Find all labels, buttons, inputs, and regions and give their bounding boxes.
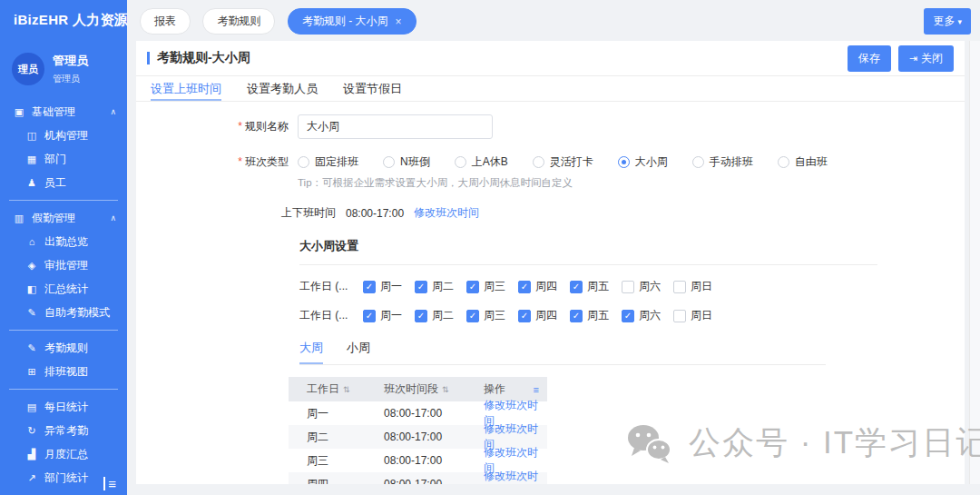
tab-reports[interactable]: 报表 xyxy=(140,8,191,35)
exit-icon: ⇥ xyxy=(909,53,917,64)
check-icon: ✓ xyxy=(469,282,476,292)
modify-link[interactable]: 修改班次时间 xyxy=(484,469,547,484)
save-button[interactable]: 保存 xyxy=(848,45,891,72)
checkbox[interactable]: ✓ xyxy=(673,310,686,322)
checkbox-sat[interactable]: ✓周六 xyxy=(622,279,673,294)
sidebar-item-department[interactable]: ▦ 部门 xyxy=(0,147,127,171)
rule-name-row: *规则名称 xyxy=(136,114,965,139)
sidebar-item-approval-management[interactable]: ◈ 审批管理 xyxy=(0,253,127,277)
checkbox-fri[interactable]: ✓周五 xyxy=(570,308,622,323)
workday-cell: 周一 xyxy=(289,406,366,421)
radio-flexible-punch[interactable]: 灵活打卡 xyxy=(533,154,593,170)
workday-cell: 周四 xyxy=(289,477,366,485)
checkbox-sun[interactable]: ✓周日 xyxy=(673,279,725,294)
radio-fixed-shift[interactable]: 固定排班 xyxy=(298,154,358,170)
workday-caption: 工作日 (... xyxy=(299,308,363,323)
sort-icon[interactable]: ⇅ xyxy=(343,385,350,394)
checkbox[interactable]: ✓ xyxy=(415,281,427,293)
checkbox-fri[interactable]: ✓周五 xyxy=(570,279,622,294)
tab-small-week[interactable]: 小周 xyxy=(347,340,370,364)
checkbox[interactable]: ✓ xyxy=(466,310,479,322)
radio-dot[interactable] xyxy=(455,156,466,168)
checkbox[interactable]: ✓ xyxy=(518,281,531,293)
check-icon: ✓ xyxy=(417,282,425,292)
work-time-label: 上下班时间 xyxy=(281,205,336,221)
radio-dot[interactable] xyxy=(533,156,544,168)
tab-attendance-rules[interactable]: 考勤规则 xyxy=(202,8,275,35)
user-name: 管理员 xyxy=(53,53,88,69)
close-tab-icon[interactable]: × xyxy=(396,16,402,27)
sidebar-item-attendance-overview[interactable]: ⌂ 出勤总览 xyxy=(0,230,127,253)
checkbox-thu[interactable]: ✓周四 xyxy=(518,308,570,323)
workday-caption: 工作日 (... xyxy=(299,279,363,294)
checkbox[interactable]: ✓ xyxy=(363,281,376,293)
workday-row-big-week: 工作日 (... ✓周一 ✓周二 ✓周三 ✓周四 ✓周五 ✓周六 ✓周日 xyxy=(299,279,965,294)
checkbox-wed[interactable]: ✓周三 xyxy=(466,279,518,294)
checkbox-sun[interactable]: ✓周日 xyxy=(673,308,725,323)
checkbox-wed[interactable]: ✓周三 xyxy=(466,308,518,323)
sidebar-item-employee[interactable]: ♟ 员工 xyxy=(0,171,127,194)
checkbox[interactable]: ✓ xyxy=(415,310,427,322)
divider xyxy=(9,389,118,390)
tab-attendance-rule-big-small-week[interactable]: 考勤规则 - 大小周 × xyxy=(288,8,416,35)
tab-set-attendance-staff[interactable]: 设置考勤人员 xyxy=(247,76,318,101)
checkbox[interactable]: ✓ xyxy=(673,281,686,293)
radio-dot[interactable] xyxy=(778,156,789,168)
sidebar-item-org-management[interactable]: ◫ 机构管理 xyxy=(0,124,127,147)
workday-cell: 周二 xyxy=(289,430,366,445)
tab-set-work-time[interactable]: 设置上班时间 xyxy=(151,76,221,101)
user-profile[interactable]: 理员 管理员 管理员 xyxy=(0,29,127,85)
table-row: 周四 08:00-17:00 修改班次时间 xyxy=(289,472,547,484)
more-button[interactable]: 更多 ▾ xyxy=(924,8,971,35)
checkbox-mon[interactable]: ✓周一 xyxy=(363,308,415,323)
checkbox-tue[interactable]: ✓周二 xyxy=(415,308,466,323)
checkbox[interactable]: ✓ xyxy=(622,281,634,293)
check-icon: ✓ xyxy=(521,282,528,292)
sidebar-item-abnormal-attendance[interactable]: ↻ 异常考勤 xyxy=(0,419,127,442)
radio-big-small-week[interactable]: 大小周 xyxy=(618,154,668,170)
sidebar-item-daily-statistics[interactable]: ▤ 每日统计 xyxy=(0,395,127,419)
tab-set-holidays[interactable]: 设置节假日 xyxy=(343,76,402,101)
sidebar-group-basic-management[interactable]: ▣ 基础管理 ∧ xyxy=(0,100,127,124)
check-icon: ✓ xyxy=(521,312,528,321)
checkbox[interactable]: ✓ xyxy=(570,281,583,293)
checkbox-sat[interactable]: ✓周六 xyxy=(622,308,673,323)
sidebar: iBizEHR 人力资源 理员 管理员 管理员 ▣ 基础管理 ∧ ◫ 机构管理 … xyxy=(0,0,127,495)
checkbox-thu[interactable]: ✓周四 xyxy=(518,279,570,294)
home-icon: ⌂ xyxy=(25,236,38,247)
radio-dot[interactable] xyxy=(692,156,704,168)
filter-icon[interactable]: ≡ xyxy=(534,384,547,395)
sidebar-item-schedule-view[interactable]: ⊞ 排班视图 xyxy=(0,360,127,383)
title-accent xyxy=(147,52,150,64)
checkbox[interactable]: ✓ xyxy=(622,310,634,322)
sidebar-item-monthly-summary[interactable]: ▟ 月度汇总 xyxy=(0,442,127,466)
close-button[interactable]: ⇥ 关闭 xyxy=(898,45,954,72)
sidebar-group-leave-management[interactable]: ▥ 假勤管理 ∧ xyxy=(0,206,127,230)
sidebar-item-attendance-rules[interactable]: ✎ 考勤规则 xyxy=(0,336,127,360)
page-title: 考勤规则-大小周 xyxy=(147,50,250,66)
app-logo: iBizEHR 人力资源 xyxy=(0,0,127,29)
radio-dot[interactable] xyxy=(383,156,395,168)
checkbox[interactable]: ✓ xyxy=(570,310,583,322)
radio-a-on-b-off[interactable]: 上A休B xyxy=(455,154,508,170)
tab-big-week[interactable]: 大周 xyxy=(299,340,323,364)
checkbox[interactable]: ✓ xyxy=(466,281,479,293)
sidebar-item-self-attendance-mode[interactable]: ✎ 自助考勤模式 xyxy=(0,301,127,324)
checkbox-tue[interactable]: ✓周二 xyxy=(415,279,466,294)
modify-shift-time-link[interactable]: 修改班次时间 xyxy=(414,205,479,221)
checkbox-mon[interactable]: ✓周一 xyxy=(363,279,415,294)
checkbox[interactable]: ✓ xyxy=(518,310,531,322)
menu-fold-icon[interactable]: ≡ xyxy=(103,477,116,490)
radio-free-shift[interactable]: 自由班 xyxy=(778,154,828,170)
sort-icon[interactable]: ⇅ xyxy=(442,385,449,394)
page-header: 考勤规则-大小周 保存 ⇥ 关闭 xyxy=(136,41,965,76)
checkbox[interactable]: ✓ xyxy=(363,310,376,322)
radio-n-shift[interactable]: N班倒 xyxy=(383,154,430,170)
radio-dot[interactable] xyxy=(298,156,309,168)
required-asterisk: * xyxy=(238,120,242,133)
rule-name-input[interactable] xyxy=(298,114,493,139)
scrollbar[interactable] xyxy=(969,41,980,484)
radio-dot[interactable] xyxy=(618,156,630,168)
radio-manual-schedule[interactable]: 手动排班 xyxy=(692,154,753,170)
sidebar-item-summary-statistics[interactable]: ◧ 汇总统计 xyxy=(0,277,127,301)
